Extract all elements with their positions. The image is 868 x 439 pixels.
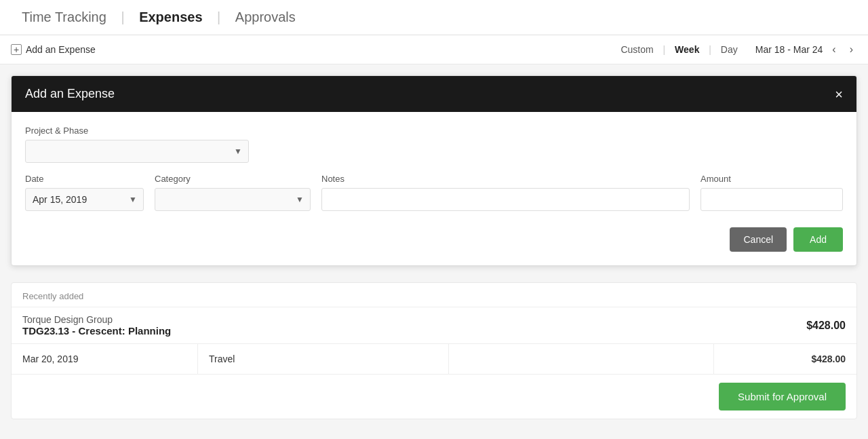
top-navigation: Time Tracking | Expenses | Approvals xyxy=(0,0,868,35)
date-field-group: Date Apr 15, 2019 ▼ xyxy=(25,174,144,211)
modal-close-button[interactable]: × xyxy=(835,88,843,101)
date-label: Date xyxy=(25,174,144,184)
nav-sep-2: | xyxy=(214,9,224,25)
date-select[interactable]: Apr 15, 2019 xyxy=(25,188,144,211)
amount-field-group: Amount xyxy=(701,174,843,211)
category-select-wrapper: ▼ xyxy=(155,188,311,211)
date-nav: Custom | Week | Day Mar 18 - Mar 24 ‹ › xyxy=(614,41,857,58)
modal-body: Project & Phase ▼ Date Apr 15, 2019 xyxy=(12,112,856,265)
view-day[interactable]: Day xyxy=(714,41,745,58)
add-expense-label: Add an Expense xyxy=(26,44,96,55)
expense-row: Mar 20, 2019 Travel $428.00 xyxy=(12,343,856,374)
modal-header: Add an Expense × xyxy=(12,76,856,112)
view-custom[interactable]: Custom xyxy=(614,41,660,58)
expense-category: Travel xyxy=(198,344,449,374)
date-range: Mar 18 - Mar 24 xyxy=(755,44,823,55)
nav-sep-1: | xyxy=(117,9,128,25)
add-expense-link[interactable]: + Add an Expense xyxy=(11,44,96,55)
project-select[interactable] xyxy=(25,140,249,163)
form-row: Date Apr 15, 2019 ▼ Category ▼ xyxy=(25,174,843,222)
next-arrow[interactable]: › xyxy=(846,41,857,58)
project-code: TDG23.13 - Crescent: Planning xyxy=(22,325,171,337)
nav-links: Time Tracking | Expenses | Approvals xyxy=(11,9,307,25)
project-label: Project & Phase xyxy=(25,126,249,136)
project-field-group: Project & Phase ▼ xyxy=(25,126,249,163)
category-select[interactable] xyxy=(155,188,311,211)
view-options: Custom | Week | Day xyxy=(614,41,744,58)
project-total-amount: $428.00 xyxy=(806,320,846,332)
amount-label: Amount xyxy=(701,174,843,184)
main-content: Add an Expense × Project & Phase ▼ Date xyxy=(0,64,868,430)
notes-field-group: Notes xyxy=(321,174,690,211)
prev-arrow[interactable]: ‹ xyxy=(828,41,840,58)
expense-notes xyxy=(449,344,714,374)
category-field-group: Category ▼ xyxy=(155,174,311,211)
recently-added-section: Recently added Torque Design Group TDG23… xyxy=(11,282,857,419)
project-summary-row: Torque Design Group TDG23.13 - Crescent:… xyxy=(12,307,856,343)
view-week[interactable]: Week xyxy=(668,41,706,58)
category-label: Category xyxy=(155,174,311,184)
project-select-wrapper: ▼ xyxy=(25,140,249,163)
notes-input[interactable] xyxy=(321,188,690,211)
add-button[interactable]: Add xyxy=(793,227,843,252)
project-info: Torque Design Group TDG23.13 - Crescent:… xyxy=(22,314,171,337)
modal-title: Add an Expense xyxy=(25,87,115,101)
submit-bar: Submit for Approval xyxy=(12,374,856,419)
nav-expenses[interactable]: Expenses xyxy=(128,9,213,25)
expense-amount: $428.00 xyxy=(714,344,856,374)
cancel-button[interactable]: Cancel xyxy=(730,227,787,252)
add-expense-modal: Add an Expense × Project & Phase ▼ Date xyxy=(11,75,857,266)
submit-approval-button[interactable]: Submit for Approval xyxy=(719,383,846,411)
toolbar: + Add an Expense Custom | Week | Day Mar… xyxy=(0,35,868,64)
nav-approvals[interactable]: Approvals xyxy=(224,9,307,25)
amount-input[interactable] xyxy=(701,188,843,211)
expense-date: Mar 20, 2019 xyxy=(12,344,198,374)
project-name: Torque Design Group xyxy=(22,314,171,325)
form-actions: Cancel Add xyxy=(25,227,843,252)
recently-added-label: Recently added xyxy=(12,283,856,307)
view-sep-2: | xyxy=(706,44,713,55)
view-sep-1: | xyxy=(660,44,668,55)
notes-label: Notes xyxy=(321,174,690,184)
nav-time-tracking[interactable]: Time Tracking xyxy=(11,9,117,25)
date-select-wrapper: Apr 15, 2019 ▼ xyxy=(25,188,144,211)
plus-icon: + xyxy=(11,44,22,55)
